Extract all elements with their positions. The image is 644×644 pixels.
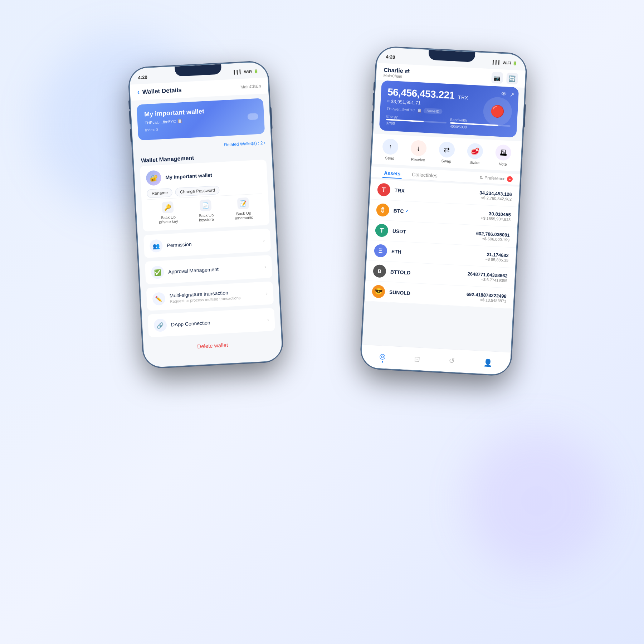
usdt-name: USDT [392, 228, 406, 235]
permission-icon: 👥 [149, 239, 163, 253]
nav-assets[interactable]: ◎ [379, 352, 386, 363]
asset-list: T TRX 34,234,453.126 ≈$ 2,760,842,982 ₿ … [365, 179, 519, 309]
backup-private-key[interactable]: 🔑 Back Upprivate key [158, 201, 178, 224]
energy-stat: Energy 37/60 [386, 114, 447, 128]
nav-collections[interactable]: ⊡ [414, 355, 420, 364]
send-action[interactable]: ↑ Send [382, 138, 399, 161]
vote-action[interactable]: 🗳 Vote [495, 144, 512, 166]
approval-management-item[interactable]: ✅ Approval Management › [145, 255, 273, 284]
balance-ticker: TRX [458, 94, 468, 101]
preference-label: Preference [484, 175, 506, 181]
preference-button[interactable]: ⇅ Preference + [479, 172, 513, 185]
status-icons: ▎▎▎ WiFi 🔋 [234, 69, 259, 75]
swap-action[interactable]: ⇄ Swap [438, 141, 455, 164]
r-battery-icon: 🔋 [512, 61, 518, 66]
status-time: 4:20 [138, 74, 147, 80]
wifi-icon: WiFi [244, 69, 253, 74]
nav-profile[interactable]: 👤 [483, 358, 492, 367]
keystore-icon: 📄 [200, 199, 212, 211]
eth-amounts: 21.174682 ≈$ 85,885.35 [486, 252, 509, 262]
right-status-time: 4:20 [386, 54, 395, 59]
sunold-logo: 😎 [372, 285, 385, 298]
right-phone: 4:20 ▎▎▎ WiFi 🔋 Charlie ⇄ MainChain [360, 47, 527, 376]
wallet-management-item: 🔐 My important wallet Rename Change Pass… [140, 160, 270, 231]
trx-amounts: 34,234,453.126 ≈$ 2,760,842,982 [479, 190, 512, 201]
change-password-button[interactable]: Change Password [175, 186, 220, 196]
tab-assets[interactable]: Assets [378, 167, 406, 179]
btc-logo: ₿ [376, 203, 390, 217]
send-icon: ↑ [382, 138, 399, 155]
header-left: ‹ Wallet Details [137, 86, 182, 96]
balance-icons: 👁 ↗ [501, 91, 514, 98]
btc-amounts: 30.810455 ≈$ 1555,934,813 [481, 210, 511, 221]
visibility-icon[interactable]: 👁 [501, 91, 507, 98]
btc-check-icon: ✓ [405, 209, 409, 214]
left-screen: 4:20 ▎▎▎ WiFi 🔋 ‹ Wallet Details MainCha… [129, 62, 282, 367]
scan-icon[interactable]: 📷 [491, 72, 503, 84]
backup-mn-label: Back Upmnemonic [234, 211, 253, 220]
add-asset-badge[interactable]: + [507, 176, 513, 182]
vote-label: Vote [499, 162, 507, 166]
multisig-text: Multi-signature transaction Request or p… [169, 288, 262, 303]
r-power-btn[interactable] [523, 104, 526, 127]
silent-btn[interactable] [128, 101, 130, 109]
preference-icon: ⇅ [479, 175, 483, 180]
back-button[interactable]: ‹ [137, 88, 140, 96]
addr-copy-icon[interactable]: 📋 [417, 108, 422, 113]
r-volume-up-btn[interactable] [372, 93, 375, 106]
delete-wallet-button[interactable]: Delete wallet [143, 334, 282, 357]
r-volume-down-btn[interactable] [372, 111, 374, 123]
right-screen: 4:20 ▎▎▎ WiFi 🔋 Charlie ⇄ MainChain [361, 47, 526, 375]
sunold-amounts: 692.418878222498 ≈$ 13.5483871 [466, 291, 507, 303]
approval-text: Approval Management [168, 264, 260, 274]
multisig-icon: ✏️ [152, 292, 166, 306]
dapp-arrow: › [267, 317, 269, 322]
eth-logo: Ξ [374, 244, 387, 258]
bttold-name: BTTOLD [390, 269, 411, 275]
volume-down-btn[interactable] [130, 129, 132, 142]
header-icons: 📷 🔄 [491, 72, 518, 85]
bttold-logo: B [373, 264, 386, 278]
dapp-connection-item[interactable]: 🔗 DApp Connection › [147, 308, 275, 337]
volume-up-btn[interactable] [129, 111, 131, 124]
backup-keystore[interactable]: 📄 Back Upkeystore [198, 199, 214, 222]
r-wifi-icon: WiFi [503, 60, 511, 65]
multisig-arrow: › [266, 290, 268, 296]
receive-icon: ↓ [410, 140, 427, 156]
stake-action[interactable]: 🥩 Stake [467, 143, 483, 165]
backup-mnemonic[interactable]: 📝 Back Upmnemonic [234, 197, 253, 220]
r-silent-btn[interactable] [373, 82, 375, 91]
permission-arrow: › [263, 237, 265, 243]
trx-logo: T [377, 183, 391, 196]
receive-action[interactable]: ↓ Receive [410, 140, 427, 162]
balance-address: THPwer...5wtFYC [386, 107, 415, 112]
network-label: MainChain [240, 83, 261, 89]
nav-profile-icon: 👤 [483, 358, 492, 367]
trx-name: TRX [394, 187, 405, 194]
switch-icon[interactable]: 🔄 [506, 73, 518, 85]
wallet-toggle[interactable] [247, 113, 258, 120]
swap-label: Swap [441, 158, 451, 163]
backup-ks-label: Back Upkeystore [199, 213, 214, 222]
left-phone: 4:20 ▎▎▎ WiFi 🔋 ‹ Wallet Details MainCha… [128, 61, 283, 368]
action-buttons: ↑ Send ↓ Receive ⇄ Swap 🥩 Stake [372, 133, 522, 171]
copy-icon[interactable]: 📋 [177, 118, 182, 123]
wallet-card: My important wallet THPvaU...fhn5YC 📋 In… [137, 98, 265, 140]
wallet-name-text: My important wallet [165, 170, 261, 180]
nav-history[interactable]: ↺ [449, 356, 455, 365]
tab-collectibles[interactable]: Collectibles [406, 168, 443, 181]
battery-icon: 🔋 [254, 69, 259, 74]
power-btn[interactable] [270, 107, 273, 129]
rename-button[interactable]: Rename [147, 188, 173, 198]
usdt-logo: T [375, 224, 389, 237]
permission-item[interactable]: 👥 Permission › [143, 229, 271, 258]
dapp-label: DApp Connection [171, 317, 263, 327]
multisig-item[interactable]: ✏️ Multi-signature transaction Request o… [146, 281, 274, 311]
expand-icon[interactable]: ↗ [509, 91, 514, 98]
permission-label: Permission [167, 238, 259, 248]
key-icon: 🔑 [162, 201, 174, 214]
dapp-text: DApp Connection [171, 317, 263, 327]
nav-active-dot [381, 361, 383, 362]
bttold-amounts: 2648771.04328662 ≈$ 6.77419355 [467, 271, 508, 283]
stake-icon: 🥩 [467, 143, 483, 159]
